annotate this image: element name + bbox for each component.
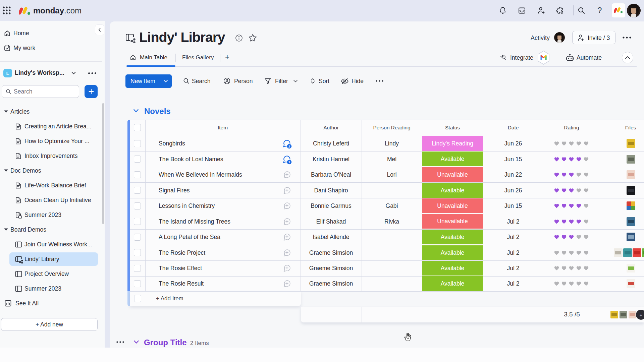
svg-text:2: 2 bbox=[288, 144, 290, 148]
svg-text:1: 1 bbox=[288, 160, 290, 164]
